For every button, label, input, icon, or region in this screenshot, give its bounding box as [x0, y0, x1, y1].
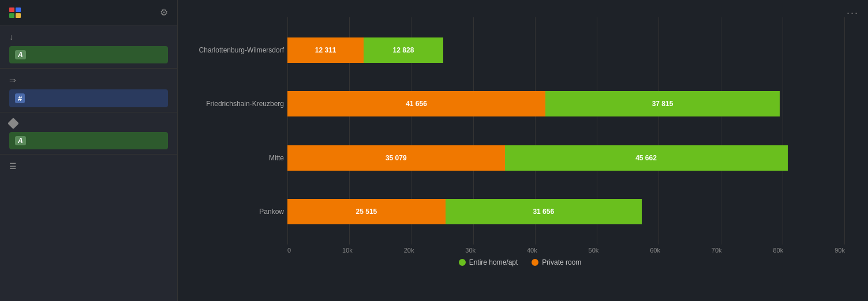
- x-axis: 010k20k30k40k50k60k70k80k90k: [287, 244, 845, 254]
- bar-track: 35 07945 662: [287, 145, 845, 171]
- chart-area: ··· Charlottenburg-Wilmersdorf12 31112 8…: [178, 0, 868, 301]
- sorting-section: ☰: [0, 155, 177, 175]
- gear-icon[interactable]: ⚙: [160, 7, 168, 18]
- x-axis-label: 90k: [835, 247, 845, 254]
- bookings-type-icon: #: [15, 93, 25, 103]
- bar-rows: Charlottenburg-Wilmersdorf12 31112 828Fr…: [287, 17, 845, 244]
- x-section: ⇒ #: [0, 69, 177, 112]
- bar-track: 12 31112 828: [287, 37, 845, 63]
- app-logo-icon: [9, 7, 22, 18]
- bar-segment-orange: 25 515: [287, 199, 446, 224]
- borough-field-pill[interactable]: A: [9, 46, 168, 63]
- bar-label: Pankow: [192, 208, 284, 216]
- sidebar-header: ⚙: [0, 0, 177, 25]
- x-axis-label: 10k: [342, 247, 353, 254]
- room-type-field-pill[interactable]: A: [9, 132, 168, 149]
- x-axis-label: 0: [287, 247, 291, 254]
- legend-item: Private room: [532, 258, 581, 266]
- bar-label: Charlottenburg-Wilmersdorf: [192, 46, 284, 54]
- x-label: ⇒: [9, 76, 168, 85]
- bar-segment-green: 37 815: [545, 91, 780, 116]
- x-arrow-icon: ⇒: [9, 76, 16, 85]
- diamond-icon: [8, 118, 19, 129]
- bar-segment-green: 12 828: [364, 37, 443, 63]
- legend: Entire home/aptPrivate room: [189, 258, 851, 266]
- legend-label: Entire home/apt: [469, 258, 518, 266]
- bar-segment-green: 31 656: [446, 199, 642, 224]
- bar-track: 41 65637 815: [287, 91, 845, 116]
- x-axis-label: 20k: [404, 247, 414, 254]
- bars-container: Charlottenburg-Wilmersdorf12 31112 828Fr…: [287, 17, 845, 244]
- bar-track: 25 51531 656: [287, 199, 845, 224]
- sort-icon: ☰: [9, 161, 17, 171]
- bar-row: Friedrichshain-Kreuzberg41 65637 815: [287, 89, 845, 119]
- bar-segment-green: 45 662: [505, 145, 788, 171]
- bar-label: Mitte: [192, 154, 284, 162]
- bar-label: Friedrichshain-Kreuzberg: [192, 100, 284, 108]
- legend-item: Entire home/apt: [459, 258, 518, 266]
- sidebar-body: ↓ A ⇒ # A: [0, 25, 177, 301]
- y-arrow-icon: ↓: [9, 32, 13, 42]
- room-type-type-icon: A: [15, 136, 26, 145]
- legend-dot-green: [459, 259, 466, 266]
- x-axis-label: 30k: [465, 247, 476, 254]
- borough-type-icon: A: [15, 50, 26, 59]
- colors-label: [9, 119, 168, 127]
- sidebar: ⚙ ↓ A ⇒ #: [0, 0, 178, 301]
- x-axis-label: 70k: [712, 247, 722, 254]
- x-axis-label: 80k: [773, 247, 784, 254]
- y-label: ↓: [9, 32, 168, 42]
- x-axis-label: 50k: [589, 247, 599, 254]
- x-axis-label: 40k: [527, 247, 537, 254]
- x-axis-label: 60k: [650, 247, 660, 254]
- bar-segment-orange: 12 311: [287, 37, 364, 63]
- legend-label: Private room: [542, 258, 581, 266]
- bar-row: Charlottenburg-Wilmersdorf12 31112 828: [287, 35, 845, 65]
- legend-dot-orange: [532, 259, 538, 266]
- bar-segment-orange: 41 656: [287, 91, 545, 116]
- y-section: ↓ A: [0, 25, 177, 69]
- sidebar-header-left: [9, 7, 27, 18]
- bar-row: Pankow25 51531 656: [287, 197, 845, 227]
- colors-section: A: [0, 112, 177, 155]
- bar-row: Mitte35 07945 662: [287, 143, 845, 173]
- bar-segment-orange: 35 079: [287, 145, 505, 171]
- bookings-field-pill[interactable]: #: [9, 89, 168, 107]
- sorting-label: ☰: [9, 161, 168, 171]
